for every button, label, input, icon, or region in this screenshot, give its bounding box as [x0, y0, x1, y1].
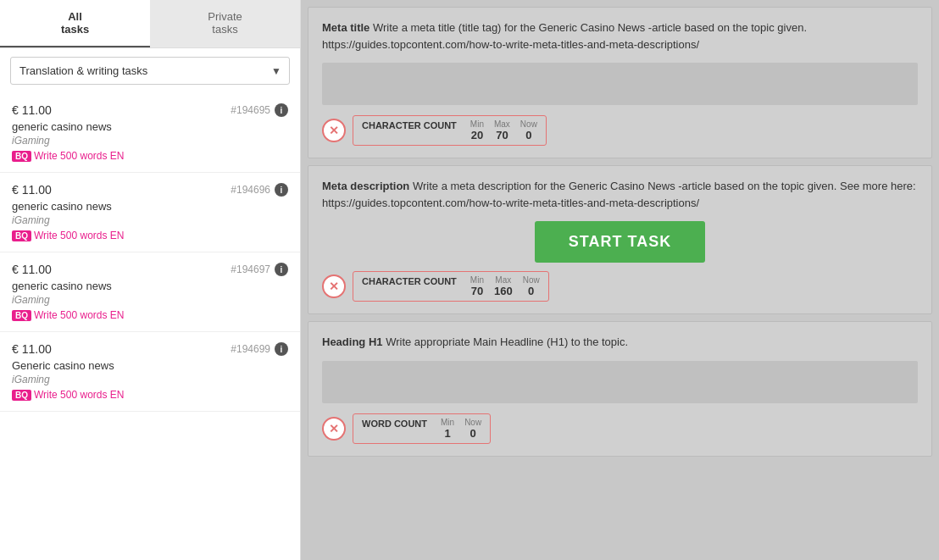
min-label: Min: [441, 418, 454, 427]
character-count-badge: CHARACTER COUNT Min 20 Max 70 Now 0: [353, 115, 547, 146]
task-name: Generic casino news: [12, 359, 288, 372]
task-category: iGaming: [12, 374, 288, 385]
task-link: BQ Write 500 words EN: [12, 389, 288, 401]
task-id: #194695: [231, 104, 270, 116]
close-icon[interactable]: ✕: [322, 119, 346, 142]
task-list: € 11.00 #194695 i generic casino news iG…: [0, 93, 300, 560]
max-value: 160: [494, 285, 513, 297]
tab-private-line2: tasks: [157, 23, 293, 36]
task-category: iGaming: [12, 214, 288, 226]
min-value: 1: [444, 427, 450, 440]
tab-private-tasks[interactable]: Private tasks: [150, 0, 300, 47]
task-link: BQ Write 500 words EN: [12, 230, 288, 241]
word-count-badge: WORD COUNT Min 1 Now 0: [353, 413, 491, 444]
task-price: € 11.00: [12, 342, 52, 356]
task-price: € 11.00: [12, 183, 52, 197]
task-link-text[interactable]: Write 500 words EN: [34, 309, 124, 321]
now-label: Now: [464, 418, 481, 427]
heading-h1-input-area: [322, 361, 918, 403]
min-value: 70: [471, 285, 483, 297]
character-count-badge: CHARACTER COUNT Min 70 Max 160 Now 0: [353, 271, 549, 302]
count-type-label: CHARACTER COUNT: [362, 119, 457, 141]
now-value: 0: [525, 129, 531, 141]
close-icon[interactable]: ✕: [322, 274, 346, 298]
heading-h1-instruction: Heading H1 Write appropriate Main Headli…: [322, 334, 918, 351]
task-link: BQ Write 500 words EN: [12, 150, 288, 162]
task-item[interactable]: € 11.00 #194696 i generic casino news iG…: [0, 173, 300, 252]
heading-h1-text: Write appropriate Main Headline (H1) to …: [386, 335, 628, 348]
meta-title-text: Write a meta title (title tag) for the G…: [322, 21, 807, 51]
task-item[interactable]: € 11.00 #194699 i Generic casino news iG…: [0, 332, 300, 412]
tab-all-line1: All: [7, 10, 143, 23]
count-type-label: WORD COUNT: [362, 418, 427, 440]
now-label: Now: [520, 119, 537, 129]
meta-title-card: Meta title Write a meta title (title tag…: [308, 7, 932, 158]
meta-description-label: Meta description: [322, 180, 409, 192]
now-value: 0: [528, 285, 534, 297]
now-value: 0: [470, 427, 476, 440]
meta-title-input-area: [322, 63, 918, 105]
task-item[interactable]: € 11.00 #194697 i generic casino news iG…: [0, 252, 300, 332]
min-value: 20: [471, 129, 483, 141]
now-label: Now: [523, 275, 540, 285]
bq-badge: BQ: [12, 310, 31, 321]
task-category: iGaming: [12, 294, 288, 306]
task-price: € 11.00: [12, 263, 52, 276]
task-link-text[interactable]: Write 500 words EN: [34, 150, 124, 162]
bq-badge: BQ: [12, 390, 31, 401]
meta-title-instruction: Meta title Write a meta title (title tag…: [322, 19, 918, 53]
start-task-button[interactable]: START TASK: [535, 221, 705, 263]
category-dropdown-wrapper: Translation & writing tasks ▼: [10, 57, 290, 85]
category-select[interactable]: Translation & writing tasks: [10, 57, 290, 85]
bq-badge: BQ: [12, 151, 31, 162]
task-id: #194696: [231, 184, 270, 196]
max-label: Max: [495, 275, 511, 285]
info-icon[interactable]: i: [275, 263, 288, 276]
task-name: generic casino news: [12, 280, 288, 292]
word-count-row: ✕ WORD COUNT Min 1 Now 0: [322, 413, 918, 444]
task-name: generic casino news: [12, 120, 288, 133]
tab-bar: All tasks Private tasks: [0, 0, 300, 48]
task-link-text[interactable]: Write 500 words EN: [34, 230, 124, 241]
task-id: #194699: [231, 343, 270, 355]
heading-h1-label: Heading H1: [322, 335, 383, 348]
left-panel: All tasks Private tasks Translation & wr…: [0, 0, 301, 560]
max-value: 70: [496, 129, 508, 141]
char-count-row: ✕ CHARACTER COUNT Min 20 Max 70 Now 0: [322, 115, 918, 146]
task-category: iGaming: [12, 135, 288, 147]
meta-title-label: Meta title: [322, 21, 369, 34]
count-type-label: CHARACTER COUNT: [362, 275, 457, 297]
min-label: Min: [470, 119, 484, 129]
heading-h1-card: Heading H1 Write appropriate Main Headli…: [308, 321, 932, 457]
task-name: generic casino news: [12, 200, 288, 213]
task-item[interactable]: € 11.00 #194695 i generic casino news iG…: [0, 93, 300, 173]
close-icon[interactable]: ✕: [322, 417, 346, 441]
right-panel: Meta title Write a meta title (title tag…: [301, 0, 939, 560]
task-link-text[interactable]: Write 500 words EN: [34, 389, 124, 401]
task-link: BQ Write 500 words EN: [12, 309, 288, 321]
info-icon[interactable]: i: [275, 103, 288, 117]
task-price: € 11.00: [12, 103, 52, 117]
tab-all-tasks[interactable]: All tasks: [0, 0, 150, 47]
min-label: Min: [470, 275, 484, 285]
tab-private-line1: Private: [157, 10, 293, 23]
max-label: Max: [494, 119, 510, 129]
meta-description-instruction: Meta description Write a meta descriptio…: [322, 178, 918, 211]
info-icon[interactable]: i: [275, 183, 288, 197]
meta-description-card: Meta description Write a meta descriptio…: [308, 165, 932, 314]
tab-all-line2: tasks: [7, 23, 143, 36]
meta-description-text: Write a meta description for the Generic…: [322, 180, 916, 209]
char-count-row: ✕ CHARACTER COUNT Min 70 Max 160 Now 0: [322, 271, 918, 302]
task-id: #194697: [231, 263, 270, 275]
info-icon[interactable]: i: [275, 342, 288, 356]
bq-badge: BQ: [12, 230, 31, 241]
